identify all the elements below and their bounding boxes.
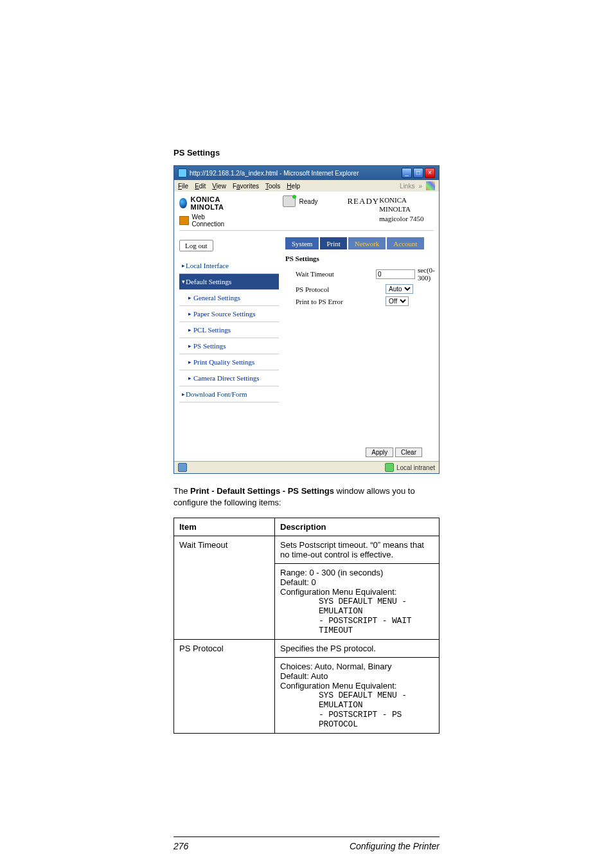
sidebar-item-label: Local Interface: [186, 262, 229, 269]
footer-label: Configuring the Printer: [350, 841, 440, 851]
sidebar-item-paper-source-settings[interactable]: ▸ Paper Source Settings: [179, 306, 279, 322]
status-zone-text: Local intranet: [396, 464, 435, 471]
row2-default: Default: Auto: [280, 671, 434, 681]
ie-throbber-icon: [426, 181, 435, 190]
arrow-right-icon: ▸: [188, 294, 191, 301]
sidebar-item-default-settings[interactable]: ▾ Default Settings: [179, 274, 279, 290]
row2-menu2: - POSTSCRIPT - PS PROTOCOL: [280, 710, 434, 729]
arrow-right-icon: ▸: [188, 343, 191, 349]
ie-icon: [178, 168, 187, 177]
sidebar-item-label: Default Settings: [186, 278, 231, 285]
browser-statusbar: Local intranet: [174, 461, 439, 473]
field-ps-protocol: PS Protocol Auto: [296, 284, 445, 294]
col-header-description: Description: [275, 518, 440, 536]
printer-status-icon: [283, 195, 296, 207]
arrow-right-icon: ▸: [188, 359, 191, 365]
ps-protocol-select[interactable]: Auto: [386, 284, 413, 294]
km-logo-icon: [179, 198, 187, 208]
sidebar-item-label: PS Settings: [193, 342, 226, 350]
cell-desc-wait-timeout-p2: Range: 0 - 300 (in seconds) Default: 0 C…: [275, 564, 440, 640]
sidebar-item-label: Paper Source Settings: [193, 310, 256, 318]
row2-cfg: Configuration Menu Equivalent:: [280, 681, 434, 691]
arrow-right-icon: ▸: [188, 311, 191, 317]
wait-timeout-label: Wait Timeout: [296, 270, 376, 278]
logout-button[interactable]: Log out: [179, 240, 213, 251]
menu-file[interactable]: File: [178, 183, 188, 190]
tab-account[interactable]: Account: [387, 237, 423, 249]
brand-text: KONICA MINOLTA: [191, 195, 238, 211]
sidebar-item-download-font-form[interactable]: ▸ Download Font/Form: [179, 386, 279, 402]
tab-system[interactable]: System: [285, 237, 319, 249]
row2-menu1: SYS DEFAULT MENU - EMULATION: [280, 691, 434, 710]
window-titlebar: http://192.168.1.2/a_index.html - Micros…: [174, 166, 439, 180]
links-label[interactable]: Links: [400, 183, 414, 190]
sidebar-item-camera-direct-settings[interactable]: ▸ Camera Direct Settings: [179, 370, 279, 386]
cell-item-wait-timeout: Wait Timeout: [174, 536, 275, 640]
panel-title: PS Settings: [285, 255, 445, 262]
page-number: 276: [173, 841, 188, 851]
cell-desc-ps-protocol-p1: Specifies the PS protocol.: [275, 640, 440, 658]
minimize-icon[interactable]: _: [402, 168, 412, 178]
clear-button[interactable]: Clear: [395, 448, 422, 457]
sidebar-item-ps-settings[interactable]: ▸ PS Settings: [179, 338, 279, 354]
caption-pre: The: [173, 486, 190, 496]
sidebar-item-label: General Settings: [193, 294, 240, 302]
tab-network[interactable]: Network: [348, 237, 386, 249]
apply-button[interactable]: Apply: [366, 448, 393, 457]
sidebar-item-general-settings[interactable]: ▸ General Settings: [179, 290, 279, 306]
page-footer: 276 Configuring the Printer: [173, 836, 440, 851]
cell-desc-wait-timeout-p1: Sets Postscript timeout. “0” means that …: [275, 536, 440, 564]
menu-help[interactable]: Help: [287, 183, 300, 190]
col-header-item: Item: [174, 518, 275, 536]
menu-view[interactable]: View: [212, 183, 226, 190]
row1-default: Default: 0: [280, 577, 434, 587]
print-ps-error-label: Print to PS Error: [296, 298, 386, 305]
row1-range: Range: 0 - 300 (in seconds): [280, 568, 434, 577]
sidebar-item-label: PCL Settings: [193, 326, 231, 334]
caption-bold: Print - Default Settings - PS Settings: [190, 486, 334, 496]
maximize-icon[interactable]: □: [413, 168, 423, 178]
definitions-table: Item Description Wait Timeout Sets Posts…: [173, 518, 440, 734]
menu-tools[interactable]: Tools: [265, 183, 280, 190]
section-title: PS Settings: [173, 148, 440, 158]
product-brand: KONICA MINOLTA: [379, 195, 434, 214]
tab-print[interactable]: Print: [320, 237, 346, 249]
links-chevron-icon[interactable]: »: [418, 183, 422, 190]
sidebar-item-local-interface[interactable]: ▸ Local Interface: [179, 258, 279, 274]
caption-text: The Print - Default Settings - PS Settin…: [173, 485, 440, 509]
pagescope-label: Web Connection: [191, 213, 237, 228]
wait-timeout-input[interactable]: [376, 269, 415, 279]
cell-item-ps-protocol: PS Protocol: [174, 640, 275, 734]
menu-favorites[interactable]: Favorites: [233, 183, 259, 190]
pagescope-icon: [179, 216, 189, 225]
close-icon[interactable]: ×: [425, 168, 435, 178]
arrow-right-icon: ▸: [182, 391, 185, 397]
arrow-down-icon: ▾: [182, 278, 185, 285]
row2-choices: Choices: Auto, Normal, Binary: [280, 662, 434, 671]
ps-protocol-label: PS Protocol: [296, 285, 386, 293]
browser-window: http://192.168.1.2/a_index.html - Micros…: [173, 165, 440, 474]
wait-timeout-hint: sec(0-300): [418, 266, 445, 282]
done-icon: [178, 463, 187, 472]
sidebar-item-label: Camera Direct Settings: [193, 374, 260, 382]
window-title: http://192.168.1.2/a_index.html - Micros…: [190, 170, 359, 177]
intranet-zone-icon: [385, 463, 394, 472]
menu-edit[interactable]: Edit: [195, 183, 206, 190]
product-name: magicolor 7450: [379, 214, 434, 223]
cell-desc-ps-protocol-p2: Choices: Auto, Normal, Binary Default: A…: [275, 658, 440, 734]
sidebar-item-label: Print Quality Settings: [193, 358, 254, 366]
print-ps-error-select[interactable]: Off: [386, 296, 409, 306]
row1-menu1: SYS DEFAULT MENU - EMULATION: [280, 597, 434, 616]
sidebar-item-print-quality-settings[interactable]: ▸ Print Quality Settings: [179, 354, 279, 370]
browser-menubar: File Edit View Favorites Tools Help Link…: [174, 180, 439, 192]
sidebar-item-pcl-settings[interactable]: ▸ PCL Settings: [179, 322, 279, 338]
arrow-right-icon: ▸: [188, 327, 191, 333]
field-print-ps-error: Print to PS Error Off: [296, 296, 445, 306]
field-wait-timeout: Wait Timeout sec(0-300): [296, 266, 445, 282]
sidebar-item-label: Download Font/Form: [186, 390, 247, 398]
arrow-right-icon: ▸: [182, 262, 185, 269]
status-big: READY: [347, 196, 379, 206]
status-small: Ready: [299, 198, 318, 205]
arrow-right-icon: ▸: [188, 375, 191, 381]
row1-menu2: - POSTSCRIPT - WAIT TIMEOUT: [280, 616, 434, 635]
